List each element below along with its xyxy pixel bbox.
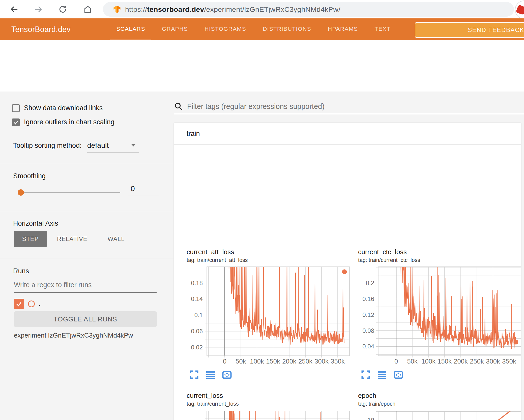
- tab-text[interactable]: TEXT: [369, 18, 397, 40]
- svg-text:0.16: 0.16: [362, 295, 374, 302]
- tab-hparams[interactable]: HPARAMS: [322, 18, 364, 40]
- show-download-links-checkbox-row[interactable]: Show data download links: [12, 104, 103, 112]
- nav-tabs: SCALARSGRAPHSHISTOGRAMSDISTRIBUTIONSHPAR…: [110, 18, 397, 40]
- browser-reload-button[interactable]: [58, 5, 68, 14]
- svg-text:0.02: 0.02: [191, 344, 203, 351]
- experiment-id-text: experiment lzGnETjwRxC3yghNMd4kPw: [14, 332, 133, 339]
- data-table-icon[interactable]: [377, 370, 387, 380]
- svg-text:0.06: 0.06: [191, 328, 203, 335]
- tooltip-sorting-row: Tooltip sorting method: default: [13, 141, 139, 153]
- svg-text:150k: 150k: [438, 358, 452, 365]
- fit-domain-icon[interactable]: [222, 370, 232, 380]
- chart-tag: tag: train/current_ctc_loss: [358, 257, 420, 263]
- chart-title: current_loss: [187, 392, 223, 400]
- svg-text:100k: 100k: [250, 358, 264, 365]
- avatar[interactable]: [515, 1, 524, 19]
- check-icon: [16, 301, 22, 307]
- chart-tag: tag: train/epoch: [358, 401, 395, 407]
- url-bar[interactable]: https://tensorboard.dev/experiment/lzGnE…: [103, 2, 514, 17]
- chart-plot-current_ctc_loss[interactable]: 0.040.080.120.160.2050k100k150k200k250k3…: [356, 265, 524, 366]
- smoothing-value-input[interactable]: [128, 184, 159, 195]
- chart-epoch: epochtag: train/epoch26101418050k100k150…: [356, 390, 524, 420]
- check-icon: [13, 119, 19, 125]
- haxis-wall-button[interactable]: WALL: [98, 235, 135, 243]
- fit-domain-icon[interactable]: [393, 370, 403, 380]
- tab-graphs[interactable]: GRAPHS: [156, 18, 194, 40]
- chart-current_loss: current_losstag: train/current_loss0.040…: [184, 390, 356, 420]
- svg-text:350k: 350k: [331, 358, 345, 365]
- svg-text:0.1: 0.1: [194, 312, 203, 318]
- runs-regex-input[interactable]: [14, 281, 157, 293]
- content-area: Show data download links Ignore outliers…: [0, 92, 524, 420]
- appbar: TensorBoard.dev SCALARSGRAPHSHISTOGRAMSD…: [0, 18, 524, 40]
- ignore-outliers-checkbox[interactable]: [12, 118, 20, 126]
- show-download-links-checkbox[interactable]: [12, 104, 20, 112]
- browser-forward-button[interactable]: [34, 5, 43, 14]
- chevron-down-icon: [131, 144, 135, 146]
- search-icon: [174, 102, 183, 111]
- horizontal-axis-options: STEP RELATIVE WALL: [14, 231, 135, 247]
- chart-current_ctc_loss: current_ctc_losstag: train/current_ctc_l…: [356, 247, 524, 363]
- show-download-links-label: Show data download links: [24, 104, 103, 112]
- smoothing-slider-thumb[interactable]: [18, 189, 24, 196]
- chart-toolbar: [361, 370, 403, 380]
- chart-plot-current_loss[interactable]: 0.040.080.120.160.2050k100k150k200k250k3…: [184, 409, 356, 420]
- chart-plot-epoch[interactable]: 26101418050k100k150k200k250k300k350k: [356, 409, 524, 420]
- svg-text:200k: 200k: [454, 358, 468, 365]
- haxis-step-button[interactable]: STEP: [14, 231, 47, 247]
- chart-title: current_ctc_loss: [358, 248, 407, 256]
- tensorboard-favicon: [112, 5, 122, 14]
- chart-tag: tag: train/current_att_loss: [187, 257, 248, 263]
- tab-histograms[interactable]: HISTOGRAMS: [198, 18, 252, 40]
- chart-plot-current_att_loss[interactable]: 0.020.060.10.140.18050k100k150k200k250k3…: [184, 265, 356, 366]
- browser-back-button[interactable]: [9, 5, 19, 14]
- svg-text:300k: 300k: [314, 358, 329, 365]
- tag-group-header-train[interactable]: train: [174, 123, 521, 145]
- sidebar-divider: [0, 212, 173, 212]
- svg-text:0.08: 0.08: [362, 327, 374, 334]
- tag-group-title: train: [187, 130, 200, 138]
- svg-text:250k: 250k: [470, 358, 484, 365]
- browser-home-button[interactable]: [83, 5, 93, 14]
- svg-text:0.2: 0.2: [366, 280, 374, 286]
- tab-scalars[interactable]: SCALARS: [110, 18, 151, 40]
- avatar-badge-icon: [516, 5, 524, 15]
- tooltip-sorting-label: Tooltip sorting method:: [13, 142, 82, 149]
- svg-text:50k: 50k: [407, 358, 417, 365]
- filter-tags-input[interactable]: [187, 102, 524, 111]
- browser-chrome: https://tensorboard.dev/experiment/lzGnE…: [0, 0, 524, 19]
- run-name: .: [39, 300, 41, 308]
- horizontal-axis-label: Horizontal Axis: [13, 220, 58, 227]
- fullscreen-icon[interactable]: [361, 370, 371, 380]
- svg-text:250k: 250k: [298, 358, 312, 365]
- svg-text:100k: 100k: [421, 358, 435, 365]
- tab-distributions[interactable]: DISTRIBUTIONS: [257, 18, 317, 40]
- chart-toolbar: [189, 370, 232, 380]
- send-feedback-button[interactable]: SEND FEEDBACK: [415, 22, 524, 38]
- svg-text:50k: 50k: [236, 358, 246, 365]
- data-table-icon[interactable]: [206, 370, 216, 380]
- run-row: .: [14, 299, 41, 309]
- svg-text:0.04: 0.04: [362, 343, 374, 350]
- haxis-relative-button[interactable]: RELATIVE: [47, 235, 98, 243]
- sidebar-divider: [0, 163, 173, 163]
- runs-label: Runs: [13, 267, 29, 275]
- svg-text:18: 18: [367, 417, 374, 420]
- toggle-all-runs-button[interactable]: TOGGLE ALL RUNS: [14, 311, 157, 327]
- smoothing-slider-track[interactable]: [20, 192, 120, 193]
- tooltip-sorting-value: default: [87, 141, 109, 149]
- screenshot-root: https://tensorboard.dev/experiment/lzGnE…: [0, 0, 524, 420]
- url-text: https://tensorboard.dev/experiment/lzGnE…: [125, 5, 340, 14]
- run-checkbox[interactable]: [14, 299, 24, 309]
- run-color-swatch: [28, 301, 35, 307]
- tooltip-sorting-select[interactable]: default: [87, 141, 139, 153]
- app-logo: TensorBoard.dev: [11, 18, 71, 40]
- svg-text:0: 0: [394, 358, 398, 365]
- svg-text:150k: 150k: [266, 358, 280, 365]
- chart-title: current_att_loss: [187, 248, 234, 256]
- svg-text:0.18: 0.18: [191, 280, 203, 286]
- svg-text:200k: 200k: [282, 358, 296, 365]
- fullscreen-icon[interactable]: [189, 370, 199, 380]
- svg-text:0: 0: [223, 358, 226, 365]
- ignore-outliers-checkbox-row[interactable]: Ignore outliers in chart scaling: [12, 118, 114, 126]
